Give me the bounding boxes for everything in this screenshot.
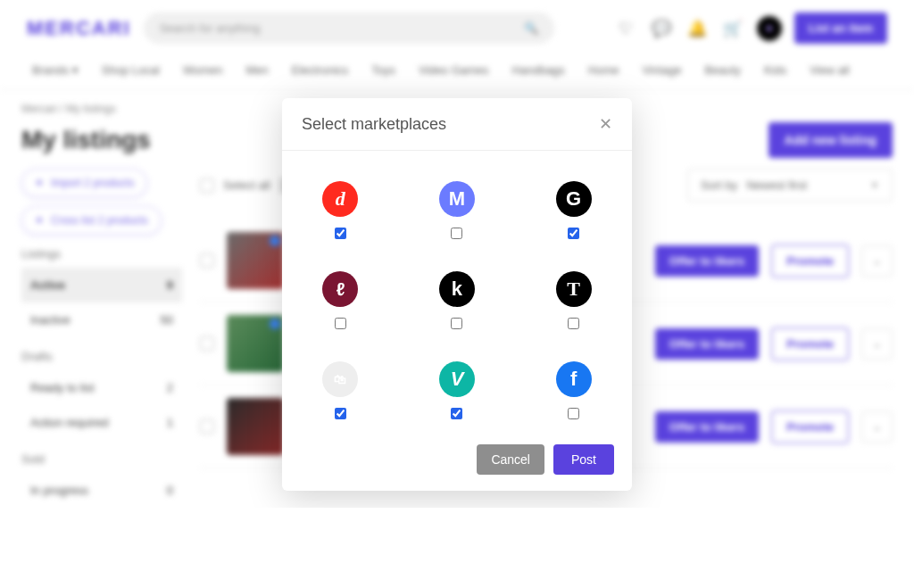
modal-title: Select marketplaces [302,115,446,134]
vinted-icon: V [439,361,475,397]
marketplace-ebay[interactable]: 🛍 [322,361,358,419]
marketplace-kidizen[interactable]: k [439,271,475,329]
close-button[interactable]: ✕ [599,114,612,134]
close-icon: ✕ [599,115,612,133]
marketplace-grailed[interactable]: G [556,181,592,239]
marketplace-checkbox-facebook[interactable] [568,408,579,419]
marketplace-checkbox-grailed[interactable] [568,228,579,239]
marketplace-facebook[interactable]: f [556,361,592,419]
post-button[interactable]: Post [553,444,614,475]
marketplace-mercari[interactable]: M [439,181,475,239]
marketplace-checkbox-vinted[interactable] [451,408,462,419]
facebook-icon: f [556,361,592,397]
marketplace-checkbox-tradesy[interactable] [568,318,579,329]
modal-overlay: Select marketplaces ✕ dMGℓkT🛍Vf Cancel P… [0,0,914,508]
marketplace-tradesy[interactable]: T [556,271,592,329]
grailed-icon: G [556,181,592,217]
tradesy-icon: T [556,271,592,307]
marketplace-checkbox-mercari[interactable] [451,228,462,239]
ebay-icon: 🛍 [322,361,358,397]
marketplace-checkbox-kidizen[interactable] [451,318,462,329]
select-marketplaces-modal: Select marketplaces ✕ dMGℓkT🛍Vf Cancel P… [282,98,632,491]
mercari-icon: M [439,181,475,217]
marketplace-depop[interactable]: d [322,181,358,239]
cancel-button[interactable]: Cancel [477,444,544,475]
marketplace-checkbox-poshmark[interactable] [335,318,346,329]
poshmark-icon: ℓ [322,271,358,307]
kidizen-icon: k [439,271,475,307]
marketplace-vinted[interactable]: V [439,361,475,419]
marketplace-checkbox-ebay[interactable] [335,408,346,419]
marketplace-poshmark[interactable]: ℓ [322,271,358,329]
marketplace-checkbox-depop[interactable] [335,228,346,239]
depop-icon: d [322,181,358,217]
marketplace-grid: dMGℓkT🛍Vf [309,181,605,419]
